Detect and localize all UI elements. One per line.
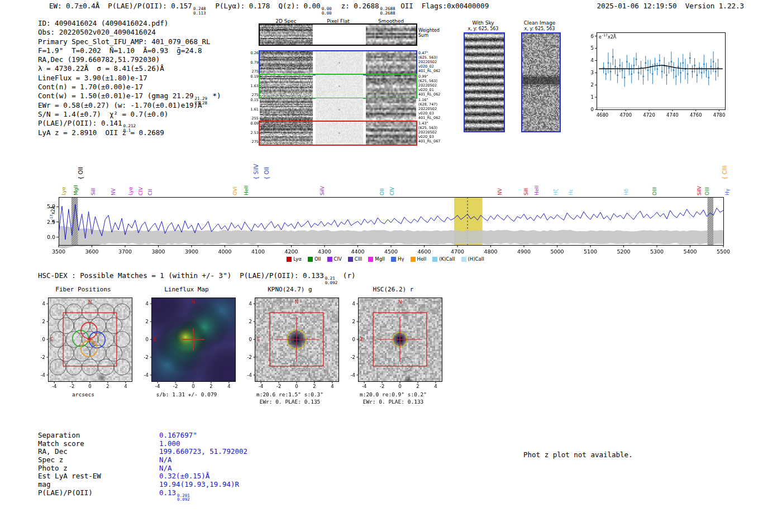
cutout-title: Lineflux Map [135,286,239,293]
row-annotation: 1.16"(628, 747)20220502v020_03401_RL_062 [418,98,440,120]
withsky-title: With Sky [461,20,505,26]
cutout-caption: m:20.0 re:0.9" s:0.2" [341,391,445,397]
text-segment: OII Flags:0x00400009 [397,2,489,10]
row-scale-label: 275 [245,93,259,97]
legend-item: (K)CaII [432,256,455,262]
row-annotation-line: 20220502 [418,107,440,111]
text-segment: S/N = 1.4(±0.7) χ² = 0.7(±0.0) [38,110,168,118]
cutout-title: Fiber Positions [31,286,135,293]
text-segment: LineFlux = 3.90(±1.80)e-17 [38,74,147,82]
text-segment: 0.13 [159,488,176,497]
cutout-title: HSC(26.2) r [341,286,445,293]
match-row: Est LyA rest-EW0.32(±0.15)Å [38,472,247,480]
elixer-report-page: EW: 0.7±0.4Å P(LAE)/P(OII): 0.1570.2480.… [0,0,782,532]
cutout-canvas-fibers [31,294,135,390]
legend-item: Lyα [287,256,302,262]
cutout-caption: EWr: 0. PLAE: 0.133 [341,399,445,405]
2dspec-cell [260,75,313,98]
match-row: mag19.94(19.93,19.94)R [38,480,247,488]
row-annotation-line: 20220502 [418,130,440,135]
row-annotation: 0.47"(625, 563)20220502v020_02401_RL_062 [418,51,440,73]
match-row-value: 0.130.2010.092 [159,488,191,497]
emission-line-label: { CIII [722,166,728,180]
row-annotation-line: 401_RL_062 [418,116,440,120]
row-annotation-line: v020_02 [418,64,440,69]
match-row-value: N/A [159,464,172,472]
2dspec-cell [260,51,313,74]
info-line: LyA z = 2.8910 OII z = 0.2689 [38,128,221,137]
2dspec-cell [260,25,313,45]
text-segment: RA,Dec (199.660782,51.792030) [38,55,160,64]
match-row: P(LAE)/P(OII)0.130.2010.092 [38,488,247,497]
row-annotation-line: 401_RL_062 [418,69,440,73]
row-annotation-line: v020_03 [418,111,440,116]
row-scale-label: 275 [245,140,259,144]
legend-swatch [432,257,437,262]
clean-title: Clean Image [518,20,561,26]
row-scale-label: 0.79 [245,60,259,65]
legend-item: (H)CaII [461,256,484,262]
legend-label: MgII [375,256,385,262]
info-line: ID: 4090416024 (4090416024.pdf) [38,19,221,28]
row-scale-label: 0.26 [245,51,259,55]
smoothed-cell [366,122,416,145]
info-line: Primary Spec_Slot_IFU_AMP: 401_079_068_R… [38,37,221,46]
legend-item: Hγ [391,256,404,262]
text-segment: z: 0.2688 [333,2,379,10]
pixelflat-cell [316,122,363,145]
legend-label: OII [314,256,321,262]
cutout-title: KPNO(24.7) g [238,286,342,293]
row-annotation-line: (625, 563) [418,55,440,60]
legend-label: (H)CaII [468,256,484,262]
row-annotation-line: 0.99" [418,74,440,79]
cutout-caption: arcsecs [31,391,135,397]
detection-info-block: ID: 4090416024 (4090416024.pdf)Obs: 2022… [38,19,221,137]
pixelflat-cell [316,75,363,98]
row-annotation-line: 20220502 [418,60,440,64]
text-segment: EW: 0.7±0.4Å P(LAE)/P(OII): 0.157 [49,2,192,10]
header-timestamp: 2025-01-06 12:19:50 Version 1.22.3 [597,2,744,10]
row-scale-label: 1.61 [245,107,259,112]
header-stats: EW: 0.7±0.4Å P(LAE)/P(OII): 0.1570.2480.… [49,2,489,15]
smoothed-cell [366,75,416,98]
spectrum-legend: LyαOIICIVCIIIMgIIHγHeII(K)CaII(H)CaII [39,256,732,262]
row-scale-label: 0.19 [245,74,259,79]
photz-note: Phot z plot not available. [523,450,633,459]
row-annotation-line: (628, 747) [418,102,440,107]
clean-image [521,32,561,132]
smoothed-cell [366,98,416,121]
legend-item: MgII [368,256,385,262]
info-line: Cont(n) = 1.70(±0.00)e-17 [38,83,221,92]
text-segment: *) [208,92,221,100]
match-row-label: Est LyA rest-EW [38,472,159,480]
sub-value: 0.113 [193,11,206,16]
emission-line-label: { SiIV [253,164,259,180]
sub-value: 0.00 [322,11,332,16]
text-segment: N/A [159,456,172,464]
withsky-coords: x, y: 625, 563 [456,26,511,31]
text-segment: P(LAE)/P(OII): 0.141 [38,119,122,127]
match-row: RA, Dec199.660723, 51.792002 [38,447,247,456]
legend-swatch [327,257,332,262]
full-spectrum-canvas [39,194,732,256]
row-annotation-line: 401_RL_062 [418,92,440,97]
text-segment: F=1.9" T=0.202 N̄=1.10 Ā=0.93 ḡ=24.8 [38,46,202,55]
match-row-label: Match score [38,439,159,448]
2dspec-cell [260,98,313,121]
legend-label: (K)CaII [439,256,455,262]
info-line: P(LAE)/P(OII): 0.1410.2120.1 [38,119,221,128]
text-segment: HSC-DEX : Possible Matches = 1 (within +… [38,271,324,280]
text-segment: Cont(n) = 1.70(±0.00)e-17 [38,83,143,91]
match-row: Spec zN/A [38,456,247,464]
row-annotation-line: 20220502 [418,83,440,88]
match-row: Match score1.000 [38,439,247,448]
emission-line-label: { OII [264,167,270,180]
match-row-value: 0.167697" [159,431,197,439]
info-line: S/N = 1.4(±0.7) χ² = 0.7(±0.0) [38,110,221,119]
legend-swatch [348,257,353,262]
match-row-value: 1.000 [159,439,180,448]
weighted-sum-label: WeightedSum [418,28,440,38]
text-segment: N/A [159,464,172,472]
match-row-label: Photo z [38,464,159,472]
info-line: F=1.9" T=0.202 N̄=1.10 Ā=0.93 ḡ=24.8 [38,46,221,55]
